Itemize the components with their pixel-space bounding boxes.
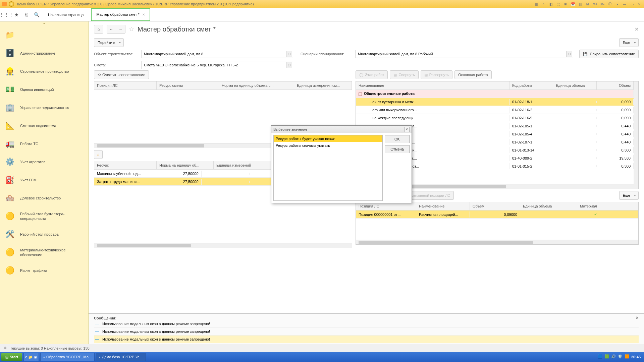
tray-icon[interactable]: 🟦 [598, 354, 603, 360]
col-norm2[interactable]: Норма на единицу об... [157, 161, 214, 169]
nav-back[interactable]: ← [107, 25, 116, 34]
hscrollbar[interactable] [94, 243, 352, 248]
dropdown-icon[interactable]: ▾ [614, 1, 620, 7]
expand-button[interactable]: ▦Развернуть [421, 70, 452, 79]
tb-ico[interactable]: ☆ [541, 1, 546, 7]
tb-ico[interactable]: ⬚ [555, 1, 561, 7]
sidebar-item-11[interactable]: 🛠️Рабочий стол прораба [0, 225, 88, 243]
col-volume[interactable]: Объем [597, 81, 634, 89]
help-icon[interactable]: ⓘ [607, 1, 612, 7]
chrome-icon[interactable]: ◉ [34, 355, 37, 359]
ie-icon[interactable]: e [25, 355, 27, 359]
tb-mminus[interactable]: M- [600, 1, 605, 7]
col-position[interactable]: Позиция ЛС [94, 81, 157, 89]
dialog-item-0[interactable]: Ресурс работы будет указан позже [274, 135, 382, 142]
favorite-icon[interactable]: ☆ [129, 25, 134, 33]
sidebar-item-2[interactable]: 👷Строительное производство [0, 62, 88, 80]
table-row[interactable]: ...на каждые последующи...01-02-116-50,0… [356, 114, 634, 122]
open-ref-icon[interactable]: ▢ [566, 51, 572, 57]
table-row[interactable]: Позиция 000000001 от ...Расчистка площад… [356, 210, 638, 219]
col-res[interactable]: Ресурс [94, 161, 157, 169]
tb-ico[interactable]: 📅 [570, 1, 576, 7]
search-icon[interactable]: 🔍 [33, 11, 40, 18]
tray-icon[interactable]: 🟩 [604, 354, 610, 360]
messages-close-icon[interactable]: ✕ [636, 316, 639, 320]
dialog-close-icon[interactable]: ✕ [404, 127, 410, 132]
col-code[interactable]: Код работы [509, 81, 553, 89]
tab-current[interactable]: Мастер обработки смет * ✕ [91, 8, 150, 21]
task-item-1[interactable]: ▫Обработка УСОЕRP_Ма... [40, 353, 95, 361]
close-icon[interactable]: ✕ [637, 1, 642, 7]
sidebar-item-0[interactable]: 📁 [0, 26, 88, 44]
col-vu[interactable]: Единица объема [520, 202, 577, 210]
clear-mapping-button[interactable]: ⟲Очистить сопоставление [94, 70, 149, 79]
table-row[interactable]: ...ей от кустарника и мелк...01-02-118-1… [356, 98, 634, 106]
sidebar-item-5[interactable]: 📐Сметная подсистема [0, 117, 88, 135]
col-nm[interactable]: Наименование [416, 202, 470, 210]
tb-mplus[interactable]: M+ [592, 1, 598, 7]
tray-icon[interactable]: 🛡️ [618, 354, 623, 360]
sidebar-scroll-up[interactable]: ▲ [0, 21, 88, 26]
col-resource[interactable]: Ресурс сметы [157, 81, 219, 89]
message-row[interactable]: —Использование модальных окон в данном р… [94, 328, 639, 336]
nav-forward[interactable]: → [116, 25, 125, 34]
dialog-ok-button[interactable]: OK [385, 135, 410, 143]
vscrollbar[interactable] [634, 81, 638, 189]
sidebar-item-6[interactable]: 🚛Работа ТС [0, 135, 88, 153]
sidebar-item-10[interactable]: 🟡Рабочий стол бухгалтера-операциониста [0, 207, 88, 225]
more-dropdown-1[interactable]: Еще [619, 38, 639, 47]
explorer-icon[interactable]: 📁 [28, 355, 33, 359]
message-row[interactable]: —Использование модальных окон в данном р… [94, 320, 639, 328]
nav-home[interactable]: ⌂ [94, 25, 103, 34]
sidebar-item-7[interactable]: ⚙️Учет агрегатов [0, 153, 88, 171]
col-vol[interactable]: Объем [470, 202, 520, 210]
home-button[interactable]: ⌂ [94, 150, 103, 159]
main-menu-button[interactable] [9, 1, 14, 7]
sidebar-item-8[interactable]: ⛽Учет ГСМ [0, 171, 88, 189]
sidebar-item-9[interactable]: 🏘️Долевое строительство [0, 189, 88, 207]
save-mapping-button[interactable]: 💾 Сохранить сопоставление [579, 50, 639, 58]
goto-dropdown[interactable]: Перейти в [94, 38, 124, 47]
dialog-item-1[interactable]: Ресурс работы сначала указать [274, 142, 382, 149]
apps-icon[interactable]: ⋮⋮⋮ [3, 11, 10, 18]
col-norm[interactable]: Норма на единицу объема с... [219, 81, 294, 89]
link-icon[interactable]: ⎘ [23, 11, 30, 18]
message-row[interactable]: —Использование модальных окон в данном р… [94, 336, 639, 343]
tray-icon[interactable]: 🔊 [611, 354, 616, 360]
clock[interactable]: 20:45 [631, 355, 641, 359]
star-icon[interactable]: ★ [13, 11, 20, 18]
col-pos[interactable]: Позиция ЛС [356, 202, 416, 210]
col-name[interactable]: Наименование [356, 81, 509, 89]
col-volunit[interactable]: Единица объема [553, 81, 597, 89]
maximize-icon[interactable]: ▭ [629, 1, 635, 7]
stage-button[interactable]: ◯Этап работ [356, 70, 388, 79]
group-row[interactable]: −Общестроительные работы [356, 90, 634, 98]
open-ref-icon[interactable]: ▢ [286, 51, 292, 57]
sidebar-item-13[interactable]: 🟡Расчет графика [0, 261, 88, 280]
mainwork-button[interactable]: Основная работа [454, 70, 492, 79]
dialog-list[interactable]: Ресурс работы будет указан позже Ресурс … [273, 135, 383, 201]
col-unit2[interactable]: Единица измерений [214, 161, 267, 169]
open-ref-icon[interactable]: ▢ [286, 62, 292, 68]
sidebar-item-3[interactable]: 💵Оценка инвестиций [0, 80, 88, 99]
sidebar-item-12[interactable]: 🟡Материально-техническое обеспечение [0, 243, 88, 261]
tb-ico[interactable]: ▤ [578, 1, 583, 7]
dialog-cancel-button[interactable]: Отмена [385, 145, 410, 153]
minimize-icon[interactable]: — [622, 1, 627, 7]
more-dropdown-2[interactable]: Еще [619, 191, 639, 200]
tray-icon[interactable]: 🟧 [625, 354, 630, 360]
tab-home[interactable]: Начальная страница [43, 8, 89, 21]
tab-close-icon[interactable]: ✕ [142, 13, 145, 16]
tb-ico[interactable]: ◧ [548, 1, 553, 7]
collapse-button[interactable]: ▦Свернуть [390, 70, 418, 79]
estimate-input[interactable]: Смета №10 Энергоснабжение 5 мкр. г.Югорс… [142, 61, 293, 69]
page-close-icon[interactable]: ✕ [635, 26, 639, 32]
col-mat[interactable]: Материал [577, 202, 614, 210]
construction-object-input[interactable]: Многоквартирный жилой дом, вл.8 ▢ [142, 50, 293, 58]
start-button[interactable]: ⊞Start [1, 353, 22, 361]
task-item-2[interactable]: ▫Демо база 1С:ERP Уп... [96, 353, 146, 361]
hscrollbar[interactable] [356, 240, 638, 244]
scenario-input[interactable]: Многоквартирный жилой дом, вл.8 Рабочий … [356, 50, 573, 58]
sidebar-item-1[interactable]: 🗄️Администрирование [0, 44, 88, 62]
tb-ico[interactable]: 🖩 [563, 1, 568, 7]
